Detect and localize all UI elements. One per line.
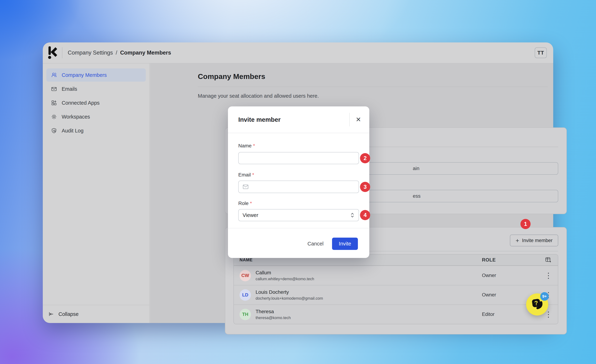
table-row[interactable]: LD Louis Docherty docherty.louis+komodem… — [234, 285, 558, 305]
sidebar-item-label: Audit Log — [62, 128, 84, 134]
envelope-icon — [243, 184, 249, 189]
plus-icon: + — [516, 238, 519, 244]
page-title: Company Members — [198, 72, 265, 81]
required-marker: * — [250, 201, 252, 206]
column-header-role[interactable]: ROLE — [482, 257, 539, 263]
sidebar-item-emails[interactable]: Emails — [46, 82, 146, 96]
invite-submit-button[interactable]: Invite — [332, 238, 358, 250]
email-label: Email* — [238, 172, 254, 178]
name-label: Name* — [238, 143, 255, 149]
shield-search-icon — [51, 128, 57, 134]
cancel-button[interactable]: Cancel — [302, 238, 329, 250]
annotation-badge-3: 3 — [360, 182, 370, 192]
table-row[interactable]: TH Theresa theresa@komo.tech Editor ⋮ — [234, 305, 558, 324]
member-email: theresa@komo.tech — [256, 316, 291, 320]
member-email: callum.whitley+demo@komo.tech — [256, 277, 314, 281]
avatar: CW — [239, 270, 251, 281]
table-settings-icon — [545, 257, 552, 263]
invite-member-button[interactable]: + Invite member — [510, 235, 558, 246]
desktop-background: Company Settings / Company Members TT Co… — [0, 0, 596, 364]
member-name: Louis Docherty — [256, 289, 323, 295]
breadcrumb-current-page: Company Members — [120, 50, 171, 56]
email-domains-input-text: ain — [413, 166, 419, 171]
collapse-icon — [48, 311, 54, 317]
column-header-name[interactable]: NAME — [234, 257, 482, 262]
gear-icon — [51, 114, 57, 120]
required-marker: * — [253, 143, 255, 149]
topbar-divider — [62, 47, 62, 58]
role-label: Role* — [238, 201, 252, 206]
title-divider — [198, 87, 548, 87]
sidebar: Company Members Emails — [43, 63, 150, 323]
users-icon — [51, 72, 57, 78]
member-name: Theresa — [256, 309, 291, 314]
email-input[interactable] — [238, 181, 359, 193]
invite-member-button-label: Invite member — [522, 238, 552, 243]
sidebar-item-workspaces[interactable]: Workspaces — [46, 110, 146, 123]
name-input[interactable] — [238, 152, 359, 164]
avatar: LD — [239, 289, 251, 301]
modal-header: Invite member ✕ — [228, 106, 369, 133]
members-table: NAME ROLE CW — [233, 254, 558, 324]
topbar: Company Settings / Company Members TT — [43, 42, 553, 63]
invite-member-modal: Invite member ✕ Name* Email* Role* Viewe… — [228, 106, 369, 258]
sidebar-item-audit-log[interactable]: Audit Log — [46, 124, 146, 137]
row-menu-icon[interactable]: ⋮ — [545, 312, 552, 318]
sidebar-collapse-button[interactable]: Collapse — [43, 305, 149, 323]
close-divider — [349, 113, 350, 126]
page-subtitle: Manage your seat allocation and allowed … — [198, 93, 319, 99]
apps-icon — [51, 100, 57, 106]
help-unread-badge: 9+ — [540, 292, 549, 301]
annotation-badge-2: 2 — [360, 153, 370, 163]
komo-logo-icon[interactable] — [48, 46, 57, 59]
member-name: Callum — [256, 270, 314, 275]
sidebar-item-label: Emails — [62, 86, 77, 92]
breadcrumb-separator: / — [116, 50, 117, 56]
breadcrumb: Company Settings / Company Members — [68, 50, 171, 56]
role-select-value: Viewer — [243, 212, 258, 218]
collapse-label: Collapse — [59, 311, 79, 317]
breadcrumb-section[interactable]: Company Settings — [68, 50, 113, 56]
member-role: Owner — [482, 273, 539, 278]
close-icon[interactable]: ✕ — [356, 116, 361, 123]
sidebar-item-label: Workspaces — [62, 114, 90, 120]
table-settings-button[interactable] — [539, 257, 558, 263]
modal-footer-divider — [228, 228, 369, 228]
required-marker: * — [252, 172, 254, 178]
sidebar-item-label: Connected Apps — [62, 100, 100, 106]
row-menu-icon[interactable]: ⋮ — [545, 273, 552, 279]
sidebar-item-connected-apps[interactable]: Connected Apps — [46, 96, 146, 110]
annotation-badge-4: 4 — [360, 210, 370, 220]
member-email: docherty.louis+komodemo@gmail.com — [256, 296, 323, 301]
role-select[interactable]: Viewer — [238, 209, 359, 221]
email-addresses-input-text: ess — [413, 193, 421, 199]
annotation-badge-1: 1 — [521, 219, 531, 229]
table-row[interactable]: CW Callum callum.whitley+demo@komo.tech … — [234, 266, 558, 285]
user-avatar[interactable]: TT — [535, 47, 547, 58]
avatar: TH — [239, 309, 251, 320]
chevron-up-down-icon — [350, 213, 355, 218]
modal-title: Invite member — [238, 116, 281, 123]
sidebar-item-label: Company Members — [62, 72, 107, 78]
sidebar-item-company-members[interactable]: Company Members — [46, 68, 146, 82]
mail-icon — [51, 86, 57, 92]
